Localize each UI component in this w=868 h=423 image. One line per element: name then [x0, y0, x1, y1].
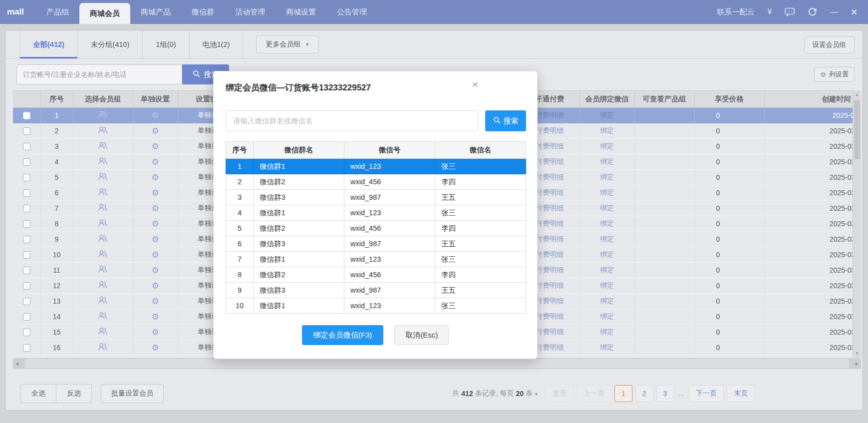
bind-link[interactable]: 绑定 [600, 111, 614, 119]
wechat-row[interactable]: 1微信群1wxid_123张三 [226, 159, 526, 174]
row-gear-icon[interactable]: ⚙ [151, 328, 159, 337]
pay-detail-link[interactable]: 付费明细 [536, 142, 564, 150]
bind-confirm-button[interactable]: 绑定会员微信(F3) [302, 325, 384, 345]
pay-detail-link[interactable]: 付费明细 [536, 126, 564, 134]
bind-link[interactable]: 绑定 [600, 126, 614, 134]
group-tab[interactable]: 未分组(410) [78, 30, 143, 58]
row-gear-icon[interactable]: ⚙ [151, 142, 159, 151]
member-group-icon[interactable] [97, 157, 108, 165]
row-checkbox[interactable] [23, 205, 30, 212]
column-settings-button[interactable]: ⚙ 列设置 [814, 67, 855, 82]
wechat-row[interactable]: 9微信群3wxid_987王五 [226, 283, 526, 298]
wechat-search-input[interactable] [226, 110, 478, 131]
row-gear-icon[interactable]: ⚙ [151, 235, 159, 244]
nav-item[interactable]: 商城产品 [130, 0, 181, 24]
bind-link[interactable]: 绑定 [600, 188, 614, 196]
bind-link[interactable]: 绑定 [600, 281, 614, 289]
page-button[interactable]: 末页 [727, 385, 755, 402]
row-checkbox[interactable] [23, 329, 30, 336]
member-group-icon[interactable] [97, 219, 108, 227]
member-group-icon[interactable] [97, 312, 108, 320]
wechat-row[interactable]: 4微信群1wxid_123张三 [226, 205, 526, 221]
bind-link[interactable]: 绑定 [600, 250, 614, 258]
pay-detail-link[interactable]: 付费明细 [536, 204, 564, 212]
row-gear-icon[interactable]: ⚙ [151, 204, 159, 213]
member-group-icon[interactable] [97, 126, 108, 134]
row-gear-icon[interactable]: ⚙ [151, 282, 159, 290]
pay-detail-link[interactable]: 付费明细 [536, 219, 564, 227]
chat-icon[interactable] [785, 7, 795, 16]
row-gear-icon[interactable]: ⚙ [151, 297, 159, 306]
wechat-row[interactable]: 7微信群1wxid_123张三 [226, 252, 526, 267]
bind-link[interactable]: 绑定 [600, 142, 614, 150]
page-button[interactable]: 2 [635, 385, 653, 402]
refresh-icon[interactable] [808, 7, 817, 17]
member-group-icon[interactable] [97, 265, 108, 274]
scroll-down-icon[interactable]: ▼ [853, 351, 861, 356]
wechat-row[interactable]: 6微信群3wxid_987王五 [226, 236, 526, 252]
horizontal-scroll-thumb[interactable] [25, 359, 849, 368]
bind-link[interactable]: 绑定 [600, 173, 614, 181]
bind-link[interactable]: 绑定 [600, 328, 614, 336]
member-group-icon[interactable] [97, 172, 108, 181]
row-checkbox[interactable] [23, 282, 30, 290]
row-checkbox[interactable] [23, 127, 30, 135]
nav-item[interactable]: 活动管理 [225, 0, 276, 24]
page-button[interactable]: 下一页 [689, 385, 724, 402]
per-page-caret-icon[interactable]: ▲ [534, 391, 539, 396]
member-group-icon[interactable] [97, 281, 108, 289]
row-checkbox[interactable] [23, 267, 30, 274]
group-tab[interactable]: 全部(412) [19, 30, 78, 58]
member-group-icon[interactable] [97, 110, 108, 119]
row-checkbox[interactable] [23, 344, 30, 352]
bind-link[interactable]: 绑定 [600, 219, 614, 227]
nav-item[interactable]: 产品组 [36, 0, 79, 24]
bind-link[interactable]: 绑定 [600, 266, 614, 274]
group-tab[interactable]: 1组(0) [143, 30, 189, 58]
pay-detail-link[interactable]: 付费明细 [536, 266, 564, 274]
bind-link[interactable]: 绑定 [600, 204, 614, 212]
member-group-icon[interactable] [97, 296, 108, 305]
minimize-icon[interactable]: — [830, 8, 838, 16]
bind-link[interactable]: 绑定 [600, 343, 614, 351]
nav-item[interactable]: 商城设置 [276, 0, 326, 24]
pay-detail-link[interactable]: 付费明细 [536, 173, 564, 181]
bind-link[interactable]: 绑定 [600, 157, 614, 165]
row-checkbox[interactable] [23, 251, 30, 259]
vertical-scrollbar[interactable]: ▲ ▼ [853, 90, 861, 358]
pay-detail-link[interactable]: 付费明细 [536, 250, 564, 258]
pay-detail-link[interactable]: 付费明细 [536, 312, 564, 320]
row-gear-icon[interactable]: ⚙ [151, 251, 159, 259]
row-checkbox[interactable] [23, 220, 30, 228]
nav-item[interactable]: 公告管理 [326, 0, 377, 24]
wechat-row[interactable]: 8微信群2wxid_456李四 [226, 267, 526, 283]
wechat-row[interactable]: 3微信群3wxid_987王五 [226, 190, 526, 205]
pay-detail-link[interactable]: 付费明细 [536, 343, 564, 351]
row-gear-icon[interactable]: ⚙ [151, 189, 159, 197]
member-group-icon[interactable] [97, 327, 108, 336]
scroll-left-icon[interactable]: ◀ [15, 362, 18, 366]
more-groups-button[interactable]: 更多会员组 ▼ [256, 35, 319, 53]
row-gear-icon[interactable]: ⚙ [151, 158, 159, 166]
modal-close-icon[interactable]: × [472, 79, 478, 89]
row-checkbox[interactable] [23, 298, 30, 305]
row-checkbox[interactable] [23, 143, 30, 150]
row-checkbox[interactable] [23, 174, 30, 181]
nav-item[interactable]: 商城会员 [79, 3, 130, 24]
member-group-icon[interactable] [97, 343, 108, 351]
wechat-row[interactable]: 5微信群2wxid_456李四 [226, 221, 526, 236]
member-group-icon[interactable] [97, 141, 108, 150]
batch-set-member-button[interactable]: 批量设置会员 [101, 384, 164, 403]
group-tab[interactable]: 电池1(2) [190, 30, 244, 58]
pay-detail-link[interactable]: 付费明细 [536, 111, 564, 119]
page-button[interactable]: 1 [614, 385, 632, 402]
row-checkbox[interactable] [23, 313, 30, 321]
pay-detail-link[interactable]: 付费明细 [536, 281, 564, 289]
close-window-icon[interactable]: × [851, 7, 857, 17]
pay-detail-link[interactable]: 付费明细 [536, 235, 564, 243]
wechat-row[interactable]: 2微信群2wxid_456李四 [226, 174, 526, 190]
horizontal-scrollbar[interactable]: ◀ ▶ [13, 358, 861, 369]
yuan-icon[interactable]: ¥ [767, 8, 772, 16]
member-group-icon[interactable] [97, 188, 108, 196]
invert-selection-button[interactable]: 反选 [56, 385, 91, 403]
